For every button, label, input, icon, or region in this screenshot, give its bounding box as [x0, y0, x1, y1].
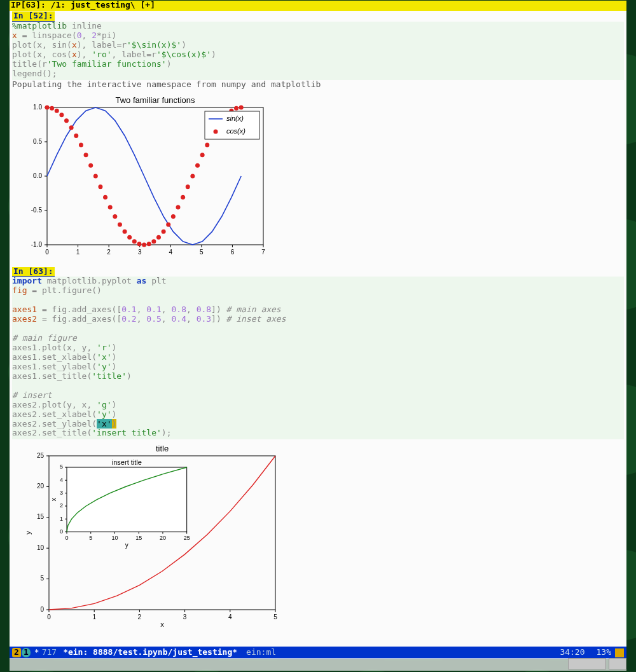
svg-text:0.5: 0.5 — [33, 137, 42, 144]
svg-point-36 — [84, 153, 88, 157]
svg-text:10: 10 — [37, 544, 45, 551]
svg-text:3: 3 — [183, 614, 187, 621]
svg-point-28 — [45, 105, 50, 109]
svg-text:20: 20 — [37, 483, 45, 490]
svg-text:title: title — [156, 444, 169, 454]
svg-text:5: 5 — [40, 575, 44, 582]
svg-text:2: 2 — [107, 248, 111, 255]
svg-text:2: 2 — [60, 503, 63, 509]
modeline: 2 1 * 717 *ein: 8888/test.ipynb/just_tes… — [10, 647, 626, 659]
line-number: 717 — [42, 648, 57, 657]
svg-point-39 — [98, 184, 102, 189]
svg-point-49 — [147, 242, 151, 246]
minibuffer-widget — [568, 658, 606, 669]
svg-text:-0.5: -0.5 — [31, 206, 43, 213]
svg-point-42 — [113, 214, 117, 219]
svg-point-52 — [162, 229, 166, 233]
svg-point-45 — [127, 235, 132, 239]
svg-point-29 — [50, 106, 54, 110]
svg-text:7: 7 — [261, 248, 265, 255]
chart-2: title0123450510152025xyinsert title05101… — [12, 443, 624, 627]
svg-text:25: 25 — [184, 535, 190, 541]
svg-point-47 — [137, 242, 141, 246]
svg-text:2: 2 — [138, 614, 142, 621]
buffer[interactable]: In [52]: %matplotlib inline x = linspace… — [10, 11, 626, 647]
svg-text:20: 20 — [160, 535, 166, 541]
minibuffer[interactable] — [10, 658, 626, 671]
svg-text:0: 0 — [60, 528, 63, 535]
svg-point-54 — [171, 214, 176, 219]
svg-text:0: 0 — [65, 535, 68, 541]
svg-text:5: 5 — [200, 248, 204, 255]
svg-point-48 — [142, 242, 146, 247]
svg-point-55 — [176, 205, 180, 209]
svg-point-40 — [103, 195, 107, 199]
svg-text:3: 3 — [138, 248, 142, 255]
input-prompt: In [63]: — [12, 267, 55, 277]
svg-point-35 — [79, 142, 83, 147]
svg-text:x: x — [160, 621, 164, 627]
svg-text:10: 10 — [111, 535, 118, 541]
svg-text:15: 15 — [37, 514, 45, 521]
cell-63[interactable]: In [63]: import matplotlib.pyplot as plt… — [10, 266, 626, 636]
svg-text:15: 15 — [135, 535, 142, 541]
svg-point-44 — [123, 229, 127, 233]
svg-point-50 — [151, 239, 156, 243]
window-number-badge: 2 — [12, 648, 21, 657]
svg-text:0: 0 — [45, 248, 49, 255]
svg-point-53 — [166, 222, 170, 226]
svg-text:Two familiar functions: Two familiar functions — [116, 95, 195, 105]
title-bar: IP[63]: /1: just_testing\ [+] — [10, 1, 626, 11]
scroll-percent: 13% — [597, 648, 611, 657]
svg-text:3: 3 — [60, 490, 63, 496]
svg-text:cos(x): cos(x) — [226, 127, 245, 134]
svg-point-30 — [55, 108, 59, 113]
svg-text:1.0: 1.0 — [33, 103, 42, 110]
svg-text:6: 6 — [231, 248, 235, 255]
modeline-end-icon — [615, 648, 624, 657]
svg-point-31 — [59, 113, 64, 117]
svg-point-32 — [64, 118, 69, 123]
svg-point-61 — [205, 142, 209, 147]
code-input[interactable]: %matplotlib inline x = linspace(0, 2*pi)… — [12, 22, 624, 80]
svg-point-33 — [69, 125, 74, 130]
svg-text:insert title: insert title — [112, 458, 142, 466]
svg-point-72 — [214, 129, 218, 134]
svg-text:y: y — [24, 531, 32, 535]
buffer-name: *ein: 8888/test.ipynb/just_testing* — [63, 648, 237, 657]
cursor-position: 34:20 — [560, 648, 584, 657]
svg-point-43 — [118, 222, 122, 226]
svg-point-57 — [186, 184, 190, 189]
minibuffer-widget — [609, 658, 626, 669]
svg-point-41 — [108, 205, 113, 209]
svg-text:5: 5 — [273, 614, 277, 621]
svg-text:y: y — [125, 542, 128, 549]
svg-point-58 — [190, 174, 195, 178]
svg-rect-103 — [67, 467, 187, 532]
svg-text:5: 5 — [60, 464, 63, 470]
svg-text:x: x — [50, 498, 57, 502]
input-prompt: In [52]: — [12, 11, 55, 22]
svg-point-67 — [234, 106, 238, 110]
svg-text:25: 25 — [37, 452, 45, 459]
svg-text:0: 0 — [40, 606, 44, 613]
cell-52[interactable]: In [52]: %matplotlib inline x = linspace… — [10, 11, 626, 266]
svg-text:1: 1 — [92, 614, 96, 621]
svg-text:0: 0 — [47, 614, 51, 621]
svg-text:1: 1 — [76, 248, 80, 255]
major-mode: ein:ml — [246, 648, 276, 657]
svg-text:sin(x): sin(x) — [226, 114, 244, 121]
svg-point-60 — [200, 153, 205, 157]
stdout-output: Populating the interactive namespace fro… — [12, 80, 624, 90]
code-input[interactable]: import matplotlib.pyplot as plt fig = pl… — [12, 277, 624, 439]
svg-text:5: 5 — [89, 535, 92, 541]
svg-text:4: 4 — [228, 614, 232, 621]
svg-point-56 — [181, 195, 185, 199]
svg-point-37 — [88, 163, 93, 167]
svg-text:4: 4 — [169, 248, 173, 255]
svg-text:-1.0: -1.0 — [31, 240, 43, 247]
modified-badge: 1 — [22, 648, 31, 657]
svg-point-34 — [74, 133, 78, 137]
svg-point-59 — [195, 163, 200, 167]
svg-point-46 — [132, 239, 137, 243]
